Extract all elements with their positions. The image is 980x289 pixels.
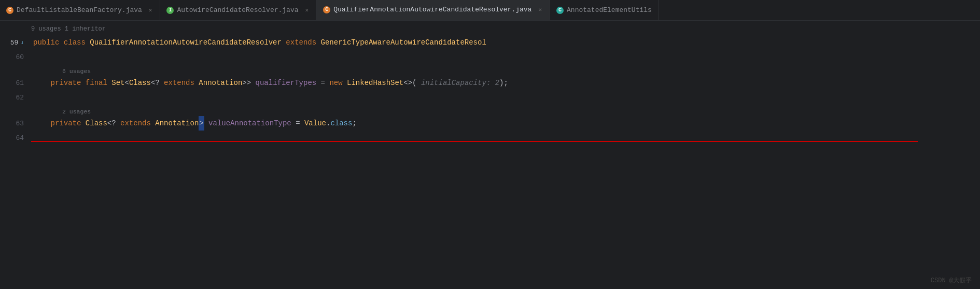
usage-hint-61: 6 usages	[0, 64, 980, 76]
tab-close-2[interactable]: ✕	[304, 6, 311, 14]
line-number-64: 64	[16, 134, 24, 142]
line-number-63: 63	[16, 120, 24, 127]
usage-hint-text-63: 2 usages	[62, 108, 91, 115]
usage-hint-63: 2 usages	[0, 105, 980, 116]
line-code-63: private Class<? extends Annotation> valu…	[31, 116, 980, 131]
code-line-63: 63 private Class<? extends Annotation> v…	[0, 116, 980, 131]
tab-icon-4: C	[556, 7, 564, 14]
watermark: CSDN @大假乎	[931, 276, 972, 285]
tab-label-1: DefaultListableBeanFactory.java	[17, 6, 142, 14]
hint-text-above-59: 9 usages 1 inheritor	[31, 25, 106, 33]
tab-label-3: QualifierAnnotationAutowireCandidateReso…	[333, 6, 531, 13]
line-number-62: 62	[16, 94, 24, 102]
code-line-64: 64	[0, 131, 980, 145]
line-code-59: public class QualifierAnnotationAutowire…	[31, 35, 980, 50]
code-line-60: 60	[0, 50, 980, 64]
gutter-61: 61	[0, 79, 31, 87]
tab-close-1[interactable]: ✕	[147, 6, 154, 14]
code-line-61: 61 private final Set<Class<? extends Ann…	[0, 76, 980, 90]
tab-icon-1: C	[6, 7, 13, 14]
code-area: 9 usages 1 inheritor 59 ⬇ public class Q…	[0, 21, 980, 289]
tab-icon-3: C	[323, 6, 330, 13]
tab-defaultlistablebean[interactable]: C DefaultListableBeanFactory.java ✕	[0, 0, 160, 20]
line-code-61: private final Set<Class<? extends Annota…	[31, 76, 980, 90]
gutter-60: 60	[0, 53, 31, 61]
tab-close-3[interactable]: ✕	[537, 6, 543, 13]
code-line-62: 62	[0, 90, 980, 105]
tab-bar: C DefaultListableBeanFactory.java ✕ I Au…	[0, 0, 980, 21]
code-content: 9 usages 1 inheritor 59 ⬇ public class Q…	[0, 21, 980, 145]
tab-label-4: AnnotatedElementUtils	[567, 6, 652, 14]
code-line-59: 59 ⬇ public class QualifierAnnotationAut…	[0, 35, 980, 50]
red-underline	[31, 141, 918, 142]
tab-annotatedelementutils[interactable]: C AnnotatedElementUtils	[550, 0, 659, 20]
step-into-icon-59[interactable]: ⬇	[20, 39, 24, 46]
gutter-63: 63	[0, 120, 31, 127]
hint-line-above-59: 9 usages 1 inheritor	[0, 23, 980, 35]
tab-autowirecandidate[interactable]: I AutowireCandidateResolver.java ✕	[160, 0, 317, 20]
line-number-60: 60	[16, 53, 24, 61]
line-number-61: 61	[16, 79, 24, 87]
gutter-64: 64	[0, 134, 31, 142]
tab-qualifierannotation[interactable]: C QualifierAnnotationAutowireCandidateRe…	[317, 0, 550, 20]
line-number-59: 59	[10, 39, 19, 47]
gutter-62: 62	[0, 94, 31, 102]
tab-label-2: AutowireCandidateResolver.java	[177, 6, 298, 14]
gutter-59: 59 ⬇	[0, 39, 31, 47]
usage-hint-text-61: 6 usages	[62, 68, 91, 75]
tab-icon-2: I	[166, 7, 174, 14]
